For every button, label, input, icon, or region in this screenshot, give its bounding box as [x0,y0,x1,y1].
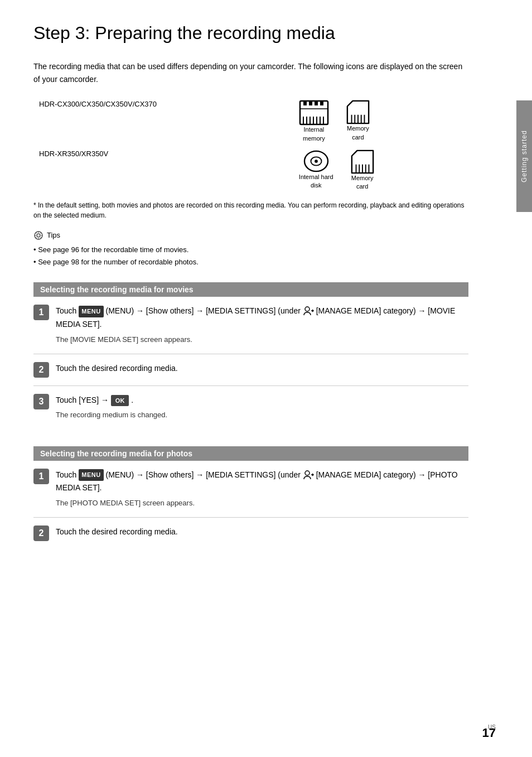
manage-media-icon-m1 [303,306,314,316]
memory-card-1-icon-item: Memorycard [346,100,370,142]
movies-step-1-content: Touch MENU (MENU) → [Show others] → [MED… [56,305,468,346]
hard-disk-label: Internal harddisk [299,173,333,190]
svg-line-36 [41,233,41,233]
tips-icon [33,230,43,240]
svg-line-35 [41,237,41,238]
manage-media-icon-p1 [303,470,314,480]
memory-card-2-icon-item: Memorycard [350,150,375,191]
memory-card-1-label: Memorycard [347,124,369,142]
model-label-cx: HDR-CX300/CX350/CX350V/CX370 [33,97,293,146]
svg-point-21 [315,160,318,163]
movies-step1-text: (MENU) → [Show others] → [MEDIA SETTINGS… [106,306,303,315]
model-label-xr: HDR-XR350/XR350V [33,146,293,195]
tip-item-2: See page 98 for the number of recordable… [33,256,468,268]
svg-line-37 [36,237,36,238]
svg-line-34 [36,233,36,233]
movies-step-1-number: 1 [33,305,49,320]
movies-step-2-number: 2 [33,362,49,378]
memory-card-2-label: Memorycard [351,174,374,191]
photos-step-1: 1 Touch MENU (MENU) → [Show others] → [M… [33,461,468,518]
ok-badge-m: OK [111,395,129,407]
page-number: 17 [482,726,496,740]
tips-label: Tips [47,231,60,239]
photos-step-1-number: 1 [33,469,49,484]
movies-step-2-content: Touch the desired recording media. [56,362,468,375]
asterisk-note: * In the default setting, both movies an… [33,200,468,220]
menu-badge-m1: MENU [79,306,103,317]
tips-section: Tips See page 96 for the recordable time… [33,230,468,268]
photos-step-2: 2 Touch the desired recording media. [33,518,468,549]
menu-badge-p1: MENU [79,469,103,481]
memory-card-2-icon [350,150,375,174]
internal-memory-icon-item: Internalmemory [299,100,329,143]
movies-step-1-sub: The [MOVIE MEDIA SET] screen appears. [56,334,468,346]
photos-section: Selecting the recording media for photos… [33,446,468,549]
svg-rect-3 [315,101,318,105]
svg-rect-2 [309,101,312,105]
svg-point-29 [37,234,40,237]
touch-label-m2: Touch the desired recording media. [56,364,178,373]
internal-memory-label: Internalmemory [303,126,325,143]
hard-disk-icon [303,150,330,173]
movies-step-3: 3 Touch [YES] → OK . The recording mediu… [33,386,468,430]
tips-list: See page 96 for the recordable time of m… [33,244,468,268]
svg-point-38 [305,307,309,311]
movies-step-3-number: 3 [33,394,49,409]
internal-memory-icon [299,100,329,126]
touch-label-m1: Touch [56,306,79,315]
svg-rect-4 [320,101,323,105]
photos-section-header: Selecting the recording media for photos [33,446,468,461]
intro-text: The recording media that can be used dif… [33,60,468,85]
svg-point-39 [305,471,309,475]
movies-section: Selecting the recording media for movies… [33,282,468,430]
svg-rect-1 [303,101,307,105]
photos-step-2-number: 2 [33,525,49,541]
memory-card-1-icon [346,100,370,124]
photos-step-1-content: Touch MENU (MENU) → [Show others] → [MED… [56,469,468,510]
page-title: Step 3: Preparing the recording media [33,22,468,44]
photos-step-1-sub: The [PHOTO MEDIA SET] screen appears. [56,497,468,509]
hard-disk-icon-item: Internal harddisk [299,150,333,190]
movies-step-3-content: Touch [YES] → OK . The recording medium … [56,394,468,422]
tip-item-1: See page 96 for the recordable time of m… [33,244,468,256]
sidebar-label: Getting started [516,100,532,212]
movies-step-2: 2 Touch the desired recording media. [33,354,468,386]
media-icons-table: HDR-CX300/CX350/CX350V/CX370 [33,97,468,195]
photos-step-2-content: Touch the desired recording media. [56,525,468,539]
movies-step-1: 1 Touch MENU (MENU) → [Show others] → [M… [33,297,468,354]
movies-section-header: Selecting the recording media for movies [33,282,468,297]
movies-step-3-sub: The recording medium is changed. [56,409,468,421]
